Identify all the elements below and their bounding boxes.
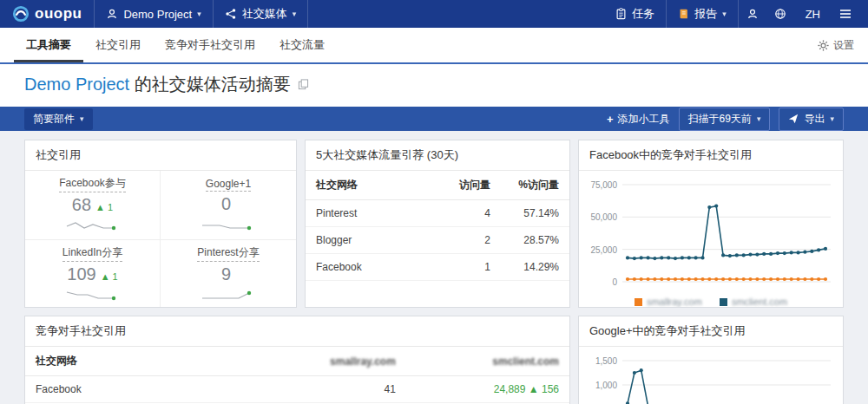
user-icon xyxy=(746,8,759,20)
table-row[interactable]: Facebook 1 14.29% xyxy=(306,254,569,281)
reports-label: 报告 xyxy=(694,6,717,22)
col-visits[interactable]: 访问量 xyxy=(437,171,501,200)
chevron-down-icon: ▾ xyxy=(197,10,201,18)
col-percent[interactable]: %访问量 xyxy=(501,171,569,200)
legend-swatch-orange xyxy=(635,298,642,306)
widget-title: 社交引用 xyxy=(25,140,296,171)
export-button[interactable]: 导出 ▾ xyxy=(779,108,844,131)
tab-social-traffic[interactable]: 社交流量 xyxy=(267,28,337,62)
col-network[interactable]: 社交网络 xyxy=(25,347,253,376)
tab-summary[interactable]: 工具摘要 xyxy=(14,28,83,62)
metric-value: 109 xyxy=(67,264,95,284)
widget-googleplus-competitor-chart: Google+中的竞争对手社交引用 1,500 1,000 500 xyxy=(578,316,844,404)
chart-area: 75,000 50,000 25,000 0 xyxy=(579,171,843,294)
metric-value: 9 xyxy=(221,264,231,284)
language-code[interactable]: ZH xyxy=(794,0,832,28)
legend-swatch-teal xyxy=(720,298,727,306)
y-tick: 1,000 xyxy=(579,381,617,390)
metric-pinterest-shares: Pinterest分享 9 xyxy=(161,240,296,308)
cell-value-delta: 24,889 ▲ 156 xyxy=(406,376,569,403)
chevron-down-icon: ▾ xyxy=(757,114,761,123)
legend-item[interactable]: smclient.com xyxy=(720,296,787,307)
heading-project-name: Demo Project xyxy=(24,75,129,94)
app-window: ouopu Demo Project ▾ 社交媒体 ▾ xyxy=(0,0,868,404)
col-network[interactable]: 社交网络 xyxy=(306,171,437,200)
menu-button[interactable] xyxy=(832,0,859,28)
widget-title: 5大社交媒体流量引荐 (30天) xyxy=(306,140,569,171)
sparkline xyxy=(201,288,256,303)
settings-label: 设置 xyxy=(833,38,854,53)
report-book-icon xyxy=(678,8,689,20)
logo-icon xyxy=(12,5,30,23)
scan-date-button[interactable]: 扫描于69天前 ▾ xyxy=(679,108,771,131)
widget-title: 竞争对手社交引用 xyxy=(25,316,569,347)
legend-item[interactable]: smallray.com xyxy=(635,296,702,307)
table-row[interactable]: Pinterest 4 57.14% xyxy=(306,200,569,227)
module-name: 社交媒体 xyxy=(242,6,287,22)
metric-label[interactable]: Pinterest分享 xyxy=(197,245,259,262)
cell-network: Blogger xyxy=(306,227,437,254)
widget-competitor-citations-table: 竞争对手社交引用 社交网络 smallray.com smclient.com … xyxy=(24,316,570,404)
copy-icon[interactable] xyxy=(298,79,309,90)
metric-label[interactable]: Google+1 xyxy=(206,178,251,192)
widget-social-citations: 社交引用 Facebook参与 68▲ 1 Google+1 0 xyxy=(24,140,297,308)
tasks-button[interactable]: 任务 xyxy=(604,0,666,28)
cell-network: Facebook xyxy=(25,376,253,403)
facebook-competitor-line-chart[interactable] xyxy=(622,176,831,294)
widget-toolbar: 简要部件 ▾ + 添加小工具 扫描于69天前 ▾ 导出 ▾ xyxy=(0,107,868,131)
topbar: ouopu Demo Project ▾ 社交媒体 ▾ xyxy=(0,0,868,28)
value: 24,889 xyxy=(494,383,526,395)
delta-up: ▲ 156 xyxy=(529,383,559,395)
account-button[interactable] xyxy=(739,0,766,28)
cell-visits: 2 xyxy=(437,227,501,254)
sparkline xyxy=(201,218,256,233)
logo[interactable]: ouopu xyxy=(9,5,94,23)
project-name: Demo Project xyxy=(123,8,192,21)
traffic-table: 社交网络 访问量 %访问量 Pinterest 4 57.14% Blogger… xyxy=(306,171,569,281)
metric-label[interactable]: LinkedIn分享 xyxy=(62,245,122,262)
metric-value: 68 xyxy=(72,195,91,215)
cell-visits: 1 xyxy=(437,254,501,281)
settings-button[interactable]: 设置 xyxy=(818,28,854,62)
metric-linkedin-shares: LinkedIn分享 109▲ 1 xyxy=(25,240,161,308)
legend-label: smallray.com xyxy=(647,296,702,307)
clipboard-icon xyxy=(615,8,627,20)
tab-label: 竞争对手社交引用 xyxy=(165,37,255,53)
y-tick: 1,500 xyxy=(579,356,617,366)
chevron-down-icon: ▾ xyxy=(293,10,297,18)
tabbar: 工具摘要 社交引用 竞争对手社交引用 社交流量 设置 xyxy=(0,28,868,64)
tab-social-citations[interactable]: 社交引用 xyxy=(83,28,153,62)
module-selector[interactable]: 社交媒体 ▾ xyxy=(214,0,308,28)
metric-value: 0 xyxy=(221,194,231,214)
tab-competitor-citations[interactable]: 竞争对手社交引用 xyxy=(153,28,267,62)
metric-delta: ▲ 1 xyxy=(95,202,113,212)
cell-value: 41 xyxy=(253,376,406,403)
cell-percent: 14.29% xyxy=(501,254,569,281)
share-icon xyxy=(225,8,237,20)
googleplus-competitor-line-chart[interactable] xyxy=(622,352,831,404)
table-row[interactable]: Blogger 2 28.57% xyxy=(306,227,569,254)
globe-icon xyxy=(774,8,786,20)
col-competitor-2[interactable]: smclient.com xyxy=(406,347,569,376)
metrics-grid: Facebook参与 68▲ 1 Google+1 0 xyxy=(25,171,296,308)
user-icon xyxy=(106,8,118,20)
send-icon xyxy=(788,114,799,124)
project-selector[interactable]: Demo Project ▾ xyxy=(95,0,212,28)
col-competitor-1[interactable]: smallray.com xyxy=(253,347,406,376)
plus-icon: + xyxy=(607,113,614,126)
y-tick: 0 xyxy=(579,277,617,287)
chevron-down-icon: ▾ xyxy=(722,10,727,18)
reports-button[interactable]: 报告 ▾ xyxy=(667,0,738,28)
widget-traffic-referrals: 5大社交媒体流量引荐 (30天) 社交网络 访问量 %访问量 Pinterest… xyxy=(305,140,570,308)
summary-widgets-button[interactable]: 简要部件 ▾ xyxy=(24,108,93,130)
y-tick: 50,000 xyxy=(579,212,617,222)
chart-legend: smallray.com smclient.com xyxy=(579,294,843,308)
tab-label: 社交流量 xyxy=(279,37,325,53)
metric-label[interactable]: Facebook参与 xyxy=(59,176,126,192)
divider xyxy=(307,0,308,28)
language-button[interactable] xyxy=(766,0,794,28)
add-widget-button[interactable]: + 添加小工具 xyxy=(607,112,670,127)
table-row[interactable]: Facebook 41 24,889 ▲ 156 xyxy=(25,376,569,403)
export-label: 导出 xyxy=(804,112,825,127)
chart-area: 1,500 1,000 500 xyxy=(579,347,843,404)
